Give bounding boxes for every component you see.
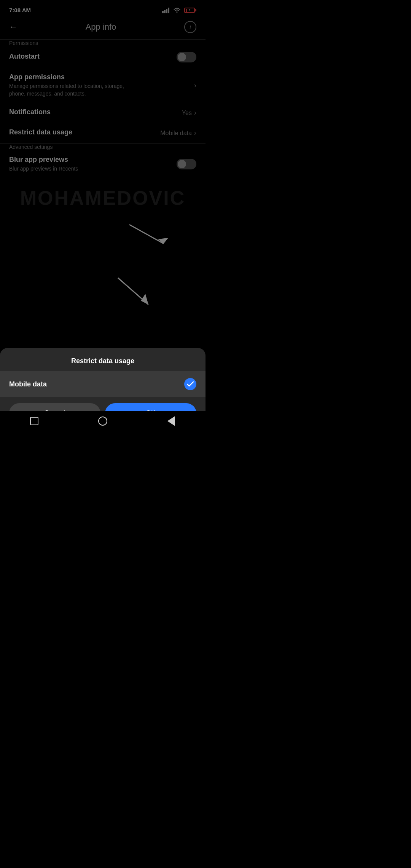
mobile-data-label: Mobile data — [9, 380, 47, 388]
recent-apps-button[interactable] — [29, 416, 40, 426]
recent-apps-icon — [30, 417, 38, 425]
back-nav-button[interactable] — [166, 416, 177, 426]
dialog-overlay: Restrict data usage Mobile data Cancel O… — [0, 0, 206, 434]
check-icon — [187, 381, 194, 387]
mobile-data-check — [184, 378, 196, 390]
mobile-data-option[interactable]: Mobile data — [0, 371, 206, 397]
back-nav-icon — [167, 416, 175, 426]
home-icon — [98, 416, 107, 426]
dialog-title: Restrict data usage — [0, 348, 206, 371]
nav-bar — [0, 411, 206, 434]
home-button[interactable] — [97, 416, 108, 426]
